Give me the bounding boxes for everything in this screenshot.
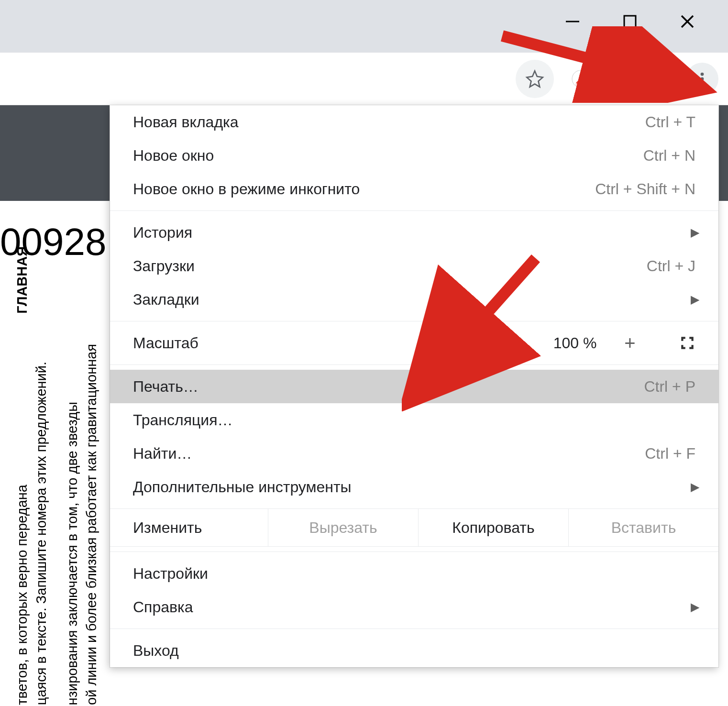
submenu-arrow-icon: ▶ xyxy=(691,480,699,494)
menu-shortcut: Ctrl + T xyxy=(645,113,695,131)
menu-shortcut: Ctrl + Shift + N xyxy=(595,180,695,198)
menu-item-label: Новая вкладка xyxy=(133,113,645,131)
menu-item-label: Настройки xyxy=(133,565,695,583)
menu-item-label: Закладки xyxy=(133,291,695,309)
zoom-in-button[interactable]: + xyxy=(608,329,651,357)
menu-separator xyxy=(110,552,718,552)
zoom-value: 100 % xyxy=(541,334,608,352)
menu-item[interactable]: ЗагрузкиCtrl + J xyxy=(110,249,718,283)
menu-item-label: Трансляция… xyxy=(133,411,695,429)
menu-separator xyxy=(110,321,718,321)
vertical-text: цаяся в тексте. Запишите номера этих пре… xyxy=(33,362,49,705)
menu-shortcut: Ctrl + J xyxy=(647,257,695,275)
edit-cut[interactable]: Вырезать xyxy=(268,509,418,546)
menu-item-label: История xyxy=(133,224,695,242)
menu-item[interactable]: Новое окноCtrl + N xyxy=(110,139,718,172)
browser-menu-button[interactable] xyxy=(686,63,718,95)
window-titlebar xyxy=(0,0,728,53)
submenu-arrow-icon: ▶ xyxy=(691,600,699,614)
menu-item[interactable]: Новая вкладкаCtrl + T xyxy=(110,105,718,139)
submenu-arrow-icon: ▶ xyxy=(691,293,699,306)
menu-separator xyxy=(110,210,718,211)
menu-item-label: Найти… xyxy=(133,445,645,463)
fullscreen-button[interactable] xyxy=(671,329,704,357)
menu-item[interactable]: Закладки▶ xyxy=(110,283,718,316)
zoom-out-button[interactable]: − xyxy=(498,329,541,357)
menu-zoom-row: Масштаб−100 %+ xyxy=(110,326,718,360)
zoom-label: Масштаб xyxy=(133,334,498,352)
svg-rect-1 xyxy=(624,16,636,27)
menu-item[interactable]: Печать…Ctrl + P xyxy=(110,370,718,403)
menu-item-label: Новое окно xyxy=(133,147,643,165)
eraser-extension-icon[interactable] xyxy=(568,66,593,91)
svg-point-7 xyxy=(701,82,704,85)
vertical-text: ГЛАВНАЯ xyxy=(14,246,30,314)
menu-item-label: Выход xyxy=(133,642,695,660)
menu-item[interactable]: Настройки xyxy=(110,557,718,590)
maximize-button[interactable] xyxy=(618,10,642,33)
menu-shortcut: Ctrl + P xyxy=(644,378,695,396)
profile-avatar[interactable] xyxy=(647,66,672,91)
minimize-button[interactable] xyxy=(561,10,585,33)
edit-copy[interactable]: Копировать xyxy=(418,509,568,546)
menu-item[interactable]: Новое окно в режиме инкогнитоCtrl + Shif… xyxy=(110,172,718,206)
vertical-text: нзирования заключается в том, что две зв… xyxy=(65,402,80,705)
menu-item-label: Печать… xyxy=(133,378,644,396)
edit-paste[interactable]: Вставить xyxy=(568,509,718,546)
edit-label: Изменить xyxy=(110,509,268,546)
vertical-text: тветов, в которых верно передана xyxy=(14,485,30,705)
close-button[interactable] xyxy=(675,10,699,33)
menu-edit-row: ИзменитьВырезатьКопироватьВставить xyxy=(110,508,718,547)
menu-item[interactable]: Найти…Ctrl + F xyxy=(110,437,718,470)
menu-separator xyxy=(110,364,718,365)
menu-item-label: Загрузки xyxy=(133,257,647,275)
menu-item-label: Новое окно в режиме инкогнито xyxy=(133,180,595,198)
browser-menu: Новая вкладкаCtrl + TНовое окноCtrl + NН… xyxy=(110,105,718,667)
toolbar xyxy=(0,53,728,105)
menu-separator xyxy=(110,629,718,629)
menu-item[interactable]: Дополнительные инструменты▶ xyxy=(110,470,718,504)
menu-shortcut: Ctrl + F xyxy=(645,445,695,463)
vertical-text: ой линии и более близкая работает как гр… xyxy=(84,344,99,705)
extensions-icon[interactable] xyxy=(607,66,632,91)
menu-shortcut: Ctrl + N xyxy=(643,147,695,165)
bookmark-star-button[interactable] xyxy=(516,60,554,98)
menu-item-label: Дополнительные инструменты xyxy=(133,478,695,496)
svg-point-5 xyxy=(701,72,704,76)
svg-point-6 xyxy=(701,77,704,80)
menu-item-label: Справка xyxy=(133,598,695,616)
menu-item[interactable]: Выход xyxy=(110,634,718,667)
menu-item[interactable]: Трансляция… xyxy=(110,403,718,437)
submenu-arrow-icon: ▶ xyxy=(691,226,699,239)
menu-item[interactable]: Справка▶ xyxy=(110,590,718,624)
menu-item[interactable]: История▶ xyxy=(110,216,718,249)
